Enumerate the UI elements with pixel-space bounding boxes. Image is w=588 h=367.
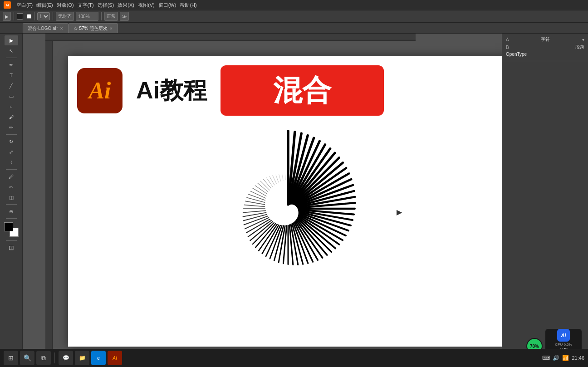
more-btn[interactable]: ≫ bbox=[120, 12, 129, 21]
zoom-tool[interactable]: ⊕ bbox=[5, 206, 18, 216]
panel-value-b: 段落 bbox=[575, 44, 584, 50]
panel-character: A 字符 ▾ B 段落 OpenType bbox=[502, 34, 588, 61]
right-panel: A 字符 ▾ B 段落 OpenType bbox=[502, 34, 588, 355]
stroke-swatch[interactable] bbox=[4, 222, 13, 231]
panel-value-a: 字符 bbox=[541, 36, 550, 43]
svg-line-72 bbox=[285, 175, 285, 180]
stroke-color-btn[interactable] bbox=[27, 14, 31, 19]
mode-btn[interactable]: 正常 bbox=[104, 12, 118, 21]
opacity-value: 100% bbox=[78, 14, 90, 19]
menu-view[interactable]: 视图(V) bbox=[138, 2, 155, 9]
svg-line-71 bbox=[282, 174, 283, 180]
tool-divider-2 bbox=[6, 134, 17, 135]
main-layout: ▶ ↖ ✒ T ╱ ▭ ○ 🖌 ✏ ↻ ⤢ ⌇ 🖉 ∞ ◫ ⊕ ⊡ bbox=[0, 34, 588, 355]
blend-tool[interactable]: ∞ bbox=[5, 182, 18, 192]
logo-text: Ai bbox=[6, 4, 9, 7]
svg-line-56 bbox=[244, 205, 265, 207]
horizontal-ruler: // ruler ticks will be drawn by CSS bbox=[45, 34, 416, 41]
tray-sound[interactable]: 🔊 bbox=[553, 355, 559, 361]
taskbar-tray: ⌨ 🔊 📶 21:46 bbox=[542, 355, 584, 361]
selection-tool-btn[interactable]: ▶ bbox=[3, 12, 11, 21]
warp-tool[interactable]: ⌇ bbox=[5, 157, 18, 167]
corner-ai-text: Ai bbox=[561, 333, 566, 338]
corner-cpu-label: CPU 0.5% bbox=[555, 343, 572, 347]
paintbrush-tool[interactable]: 🖌 bbox=[5, 112, 18, 122]
menu-select[interactable]: 选择(S) bbox=[98, 2, 114, 9]
panel-label-a: A bbox=[506, 37, 509, 42]
line-tool[interactable]: ╱ bbox=[5, 81, 18, 91]
screen-mode-btn[interactable]: ⊡ bbox=[5, 243, 18, 253]
menu-effect[interactable]: 效果(X) bbox=[118, 2, 134, 9]
stroke-width-select[interactable]: 123 bbox=[37, 12, 50, 20]
panel-value-c: OpenType bbox=[506, 52, 527, 57]
panel-row-1: A 字符 ▾ bbox=[506, 36, 584, 43]
menu-file[interactable]: 空白(F) bbox=[16, 2, 33, 9]
tray-network[interactable]: 📶 bbox=[562, 355, 569, 361]
app-logo: Ai bbox=[4, 1, 11, 9]
direct-select-tool[interactable]: ↖ bbox=[5, 46, 18, 56]
taskbar-ai-btn[interactable]: Ai bbox=[108, 351, 122, 365]
top-menubar: Ai 空白(F) 编辑(E) 对象(O) 文字(T) 选择(S) 效果(X) 视… bbox=[0, 0, 588, 10]
taskbar-chat-btn[interactable]: 💬 bbox=[59, 351, 73, 365]
svg-line-66 bbox=[266, 178, 273, 187]
align-btn[interactable]: 无对齐 bbox=[56, 12, 74, 21]
svg-line-59 bbox=[249, 194, 265, 200]
scale-tool[interactable]: ⤢ bbox=[5, 147, 18, 157]
tab-2-close[interactable]: ✕ bbox=[109, 26, 113, 31]
toolbar-divider-2 bbox=[34, 12, 34, 20]
toolbar-divider-1 bbox=[14, 12, 14, 20]
svg-line-65 bbox=[263, 179, 271, 188]
search-btn[interactable]: 🔍 bbox=[20, 351, 34, 365]
svg-line-70 bbox=[279, 175, 281, 181]
menu-type[interactable]: 文字(T) bbox=[78, 2, 94, 9]
ai-logo-box: Ai bbox=[77, 68, 122, 113]
tab-2[interactable]: ☆ 57% 照色层次 ✕ bbox=[69, 23, 118, 33]
menu-window[interactable]: 窗口(W) bbox=[158, 2, 176, 9]
left-toolbar: ▶ ↖ ✒ T ╱ ▭ ○ 🖌 ✏ ↻ ⤢ ⌇ 🖉 ∞ ◫ ⊕ ⊡ bbox=[0, 34, 23, 355]
taskbar-time: 21:46 bbox=[572, 355, 584, 361]
ai-logo-text: Ai bbox=[88, 77, 111, 104]
taskbar-browser-btn[interactable]: e bbox=[91, 351, 106, 365]
select-tool[interactable]: ▶ bbox=[5, 35, 18, 45]
taskbar-sep-1 bbox=[54, 352, 55, 363]
panel-label-b: B bbox=[506, 45, 509, 50]
opacity-btn[interactable]: 100% bbox=[76, 12, 98, 21]
tool-divider-6 bbox=[6, 240, 17, 241]
svg-line-69 bbox=[276, 175, 279, 182]
tool-divider-1 bbox=[6, 58, 17, 58]
pencil-tool[interactable]: ✏ bbox=[5, 122, 18, 132]
panel-collapse-icon[interactable]: ▾ bbox=[582, 37, 584, 42]
artboard: Ai Ai教程 混合 bbox=[68, 56, 502, 347]
percent-text: 70% bbox=[530, 344, 539, 349]
panel-row-3: OpenType bbox=[506, 52, 584, 57]
pen-tool[interactable]: ✒ bbox=[5, 60, 18, 70]
menu-items: 空白(F) 编辑(E) 对象(O) 文字(T) 选择(S) 效果(X) 视图(V… bbox=[16, 2, 197, 9]
ellipse-tool[interactable]: ○ bbox=[5, 102, 18, 112]
toolbar-divider-3 bbox=[53, 12, 53, 20]
menu-help[interactable]: 帮助(H) bbox=[180, 2, 196, 9]
start-btn[interactable]: ⊞ bbox=[4, 351, 18, 365]
svg-line-53 bbox=[243, 213, 266, 217]
artboard-header: Ai Ai教程 混合 bbox=[77, 65, 499, 116]
taskbar: ⊞ 🔍 ⧉ 💬 📁 e Ai ⌨ 🔊 📶 21:46 bbox=[0, 349, 588, 367]
tab-2-label: ☆ 57% 照色层次 bbox=[74, 25, 108, 32]
tab-1-close[interactable]: ✕ bbox=[60, 26, 64, 31]
task-view-btn[interactable]: ⧉ bbox=[36, 351, 51, 365]
corner-notification: Ai CPU 0.5% 69℃ bbox=[545, 329, 582, 352]
taskbar-explorer-btn[interactable]: 📁 bbox=[75, 351, 89, 365]
canvas-area[interactable]: // ruler ticks will be drawn by CSS Ai A… bbox=[23, 34, 502, 355]
eyedropper-tool[interactable]: 🖉 bbox=[5, 171, 18, 181]
ai-title-text: Ai教程 bbox=[136, 75, 207, 107]
rotate-tool[interactable]: ↻ bbox=[5, 137, 18, 147]
rect-tool[interactable]: ▭ bbox=[5, 91, 18, 101]
artboard-content: Ai Ai教程 混合 bbox=[68, 56, 502, 347]
gradient-tool[interactable]: ◫ bbox=[5, 192, 18, 202]
fill-color-btn[interactable] bbox=[17, 13, 23, 20]
panel-row-2: B 段落 bbox=[506, 44, 584, 50]
type-tool[interactable]: T bbox=[5, 70, 18, 80]
menu-object[interactable]: 对象(O) bbox=[57, 2, 74, 9]
menu-edit[interactable]: 编辑(E) bbox=[36, 2, 53, 9]
svg-line-54 bbox=[243, 210, 265, 212]
spiral-svg bbox=[202, 125, 374, 293]
tab-1[interactable]: 混合-LOGO.ai* ✕ bbox=[23, 23, 69, 33]
